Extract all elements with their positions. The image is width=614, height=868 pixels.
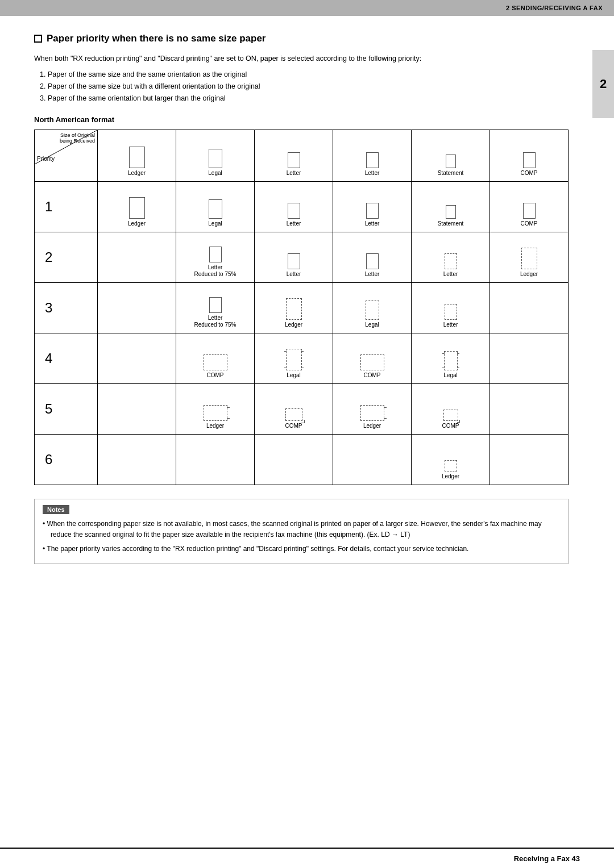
paper-shape-solid (209, 247, 222, 262)
header-paper-shape (209, 149, 222, 168)
table-header-row: Size of Originalbeing Received Priority … (35, 130, 569, 181)
col-header-ledger: Ledger (98, 130, 176, 181)
paper-shape-dashed-small2 (443, 410, 458, 421)
table-cell: Legal (176, 181, 255, 232)
table-cell (490, 333, 569, 383)
table-cell: LetterReduced to 75% (176, 232, 255, 282)
table-cell: Ledger (412, 434, 490, 485)
header-paper-shape (288, 152, 300, 168)
header-paper-shape (366, 152, 379, 168)
col-label: Legal (208, 170, 222, 177)
list-item: Paper of the same size but with a differ… (48, 81, 569, 93)
paper-shape-dashed (286, 298, 302, 320)
table-cell: Legal (412, 333, 490, 383)
col-header-letter2: Letter (333, 130, 412, 181)
paper-shape-solid (523, 203, 536, 219)
table-cell (98, 232, 176, 282)
col-label: Statement (438, 170, 464, 177)
table-cell (98, 434, 176, 485)
col-header-letter1: Letter (255, 130, 333, 181)
table-cell (98, 383, 176, 434)
paper-shape-dashed-marks (286, 349, 302, 370)
col-header-statement: Statement (412, 130, 490, 181)
header-paper-shape (129, 147, 145, 168)
col-label: Ledger (128, 170, 146, 177)
notes-item-2: • The paper priority varies according to… (43, 544, 560, 554)
priority-list: Paper of the same size and the same orie… (34, 69, 569, 105)
priority-number: 1 (35, 181, 98, 232)
table-row: 2 LetterReduced to 75% Letter (35, 232, 569, 282)
checkbox-icon (34, 35, 42, 43)
priority-number: 5 (35, 383, 98, 434)
footer: Receiving a Fax 43 (0, 848, 614, 868)
priority-number: 2 (35, 232, 98, 282)
list-item: Paper of the same size and the same orie… (48, 69, 569, 81)
table-row: 1 Ledger Legal (35, 181, 569, 232)
table-cell: COMP (490, 181, 569, 232)
table-cell: Legal (255, 333, 333, 383)
table-cell: COMP (176, 333, 255, 383)
subsection-title: North American format (34, 115, 569, 124)
col-label: Letter (287, 170, 301, 177)
priority-number: 4 (35, 333, 98, 383)
table-cell: Ledger (333, 383, 412, 434)
paper-shape-dashed (366, 301, 379, 320)
table-cell (98, 333, 176, 383)
col-header-legal: Legal (176, 130, 255, 181)
paper-shape-solid (446, 205, 456, 219)
table-row: 3 LetterReduced to 75% Ledger (35, 282, 569, 333)
page-title: Paper priority when there is no same siz… (47, 33, 265, 44)
table-cell: LetterReduced to 75% (176, 282, 255, 333)
table-cell: Ledger (176, 383, 255, 434)
top-bar: 2 SENDING/RECEIVING A FAX (0, 0, 614, 16)
intro-text: When both "RX reduction printing" and "D… (34, 53, 569, 64)
table-cell: Letter (255, 181, 333, 232)
priority-number: 3 (35, 282, 98, 333)
table-cell: Legal (333, 282, 412, 333)
paper-shape-dashed (445, 304, 457, 320)
paper-shape-dashed-landscape (204, 354, 227, 370)
table-cell: Letter (333, 181, 412, 232)
header-paper-shape (523, 152, 536, 168)
paper-shape-dashed (521, 248, 537, 269)
table-cell: COMP (333, 333, 412, 383)
top-bar-label: 2 SENDING/RECEIVING A FAX (506, 5, 603, 11)
diagonal-bottom-label: Priority (37, 156, 55, 162)
paper-shape-solid (288, 203, 300, 219)
table-cell: Letter (255, 232, 333, 282)
section-title: Paper priority when there is no same siz… (34, 33, 569, 44)
col-label: Letter (365, 170, 380, 177)
paper-shape-dashed-sides (445, 253, 457, 269)
table-cell: Ledger (98, 181, 176, 232)
table-cell (176, 434, 255, 485)
paper-shape-solid (209, 297, 222, 313)
table-cell (490, 434, 569, 485)
main-content: Paper priority when there is no same siz… (0, 16, 614, 610)
table-cell (490, 282, 569, 333)
paper-shape-dashed-landscape (360, 354, 384, 370)
paper-shape-dashed-small (285, 408, 302, 421)
chapter-tab: 2 (592, 50, 614, 118)
notes-label: Notes (43, 505, 69, 514)
paper-shape-dashed-corner (204, 405, 227, 421)
chapter-number: 2 (600, 77, 607, 91)
table-cell: COMP (255, 383, 333, 434)
notes-item-1: • When the corresponding paper size is n… (43, 519, 560, 540)
table-row: 5 Ledger (35, 383, 569, 434)
paper-shape-solid (366, 253, 379, 269)
table-cell: Ledger (490, 232, 569, 282)
header-paper-shape (446, 155, 456, 168)
table-cell: Letter (333, 232, 412, 282)
table-cell (255, 434, 333, 485)
table-row: 4 COMP (35, 333, 569, 383)
table-cell: Letter (412, 282, 490, 333)
col-header-comp: COMP (490, 130, 569, 181)
table-cell: Letter (412, 232, 490, 282)
col-label: COMP (521, 170, 538, 177)
table-cell (98, 282, 176, 333)
diagonal-top-label: Size of Originalbeing Received (60, 132, 95, 145)
table-cell (333, 434, 412, 485)
notes-section: Notes • When the corresponding paper siz… (34, 499, 569, 565)
table-row: 6 Ledger (35, 434, 569, 485)
paper-shape-solid (209, 199, 222, 219)
